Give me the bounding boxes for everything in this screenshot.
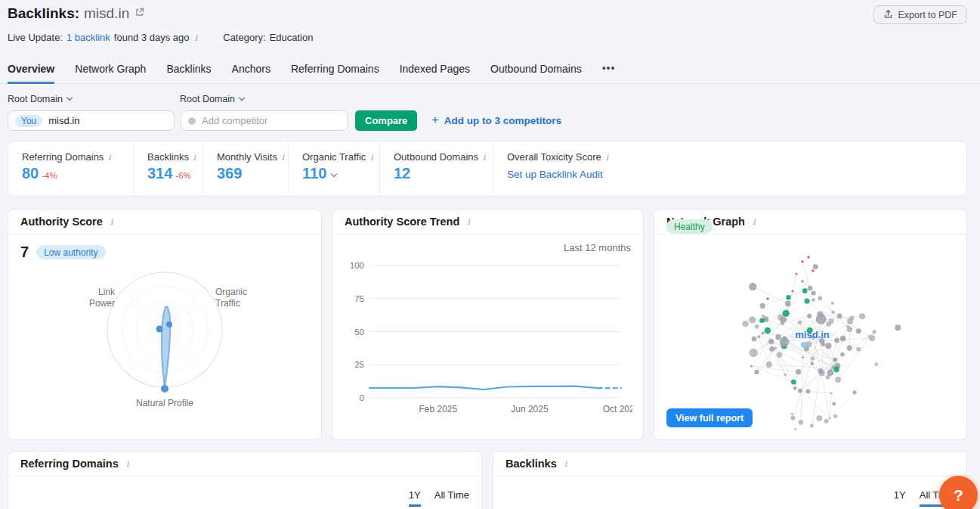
info-icon[interactable]: i — [751, 216, 757, 227]
info-icon[interactable]: i — [193, 33, 199, 43]
plus-icon: + — [431, 113, 438, 127]
page-title-domain: misd.in — [84, 5, 129, 22]
live-update-suffix: found 3 days ago — [114, 32, 190, 43]
metric-label: Overall Toxicity Score — [507, 151, 601, 163]
page-header: Backlinks: misd.in Export to PDF — [8, 0, 967, 24]
category-label: Category: — [223, 32, 265, 43]
svg-text:Jun 2025: Jun 2025 — [511, 404, 549, 414]
tab-network-graph[interactable]: Network Graph — [75, 57, 146, 84]
you-domain-field[interactable]: You — [8, 110, 175, 131]
add-competitors-link[interactable]: + Add up to 3 competitors — [431, 114, 561, 128]
export-to-pdf-button[interactable]: Export to PDF — [873, 5, 968, 24]
you-domain-input[interactable] — [48, 115, 167, 126]
favicon-placeholder-icon — [188, 117, 196, 125]
setup-backlink-audit-link[interactable]: Set up Backlink Audit — [507, 169, 959, 180]
metric-label: Referring Domains — [22, 151, 104, 163]
metric-referring-domains: Referring Domains i 80-4% — [8, 141, 133, 196]
time-range-toggle: 1Y All Time — [493, 476, 966, 507]
svg-text:75: 75 — [354, 294, 364, 303]
title-row: Backlinks: misd.in — [8, 5, 144, 22]
svg-text:Organic: Organic — [215, 287, 247, 297]
root-domain-dropdown-you[interactable]: Root Domain — [8, 94, 180, 104]
card-title: Authority Score — [20, 216, 103, 228]
authority-trend-chart: 0255075100Feb 2025Jun 2025Oct 2025 — [332, 253, 643, 421]
tab-indexed-pages[interactable]: Indexed Pages — [400, 57, 470, 84]
toggle-1y[interactable]: 1Y — [894, 489, 906, 507]
info-icon[interactable]: i — [125, 458, 131, 469]
info-icon[interactable]: i — [604, 152, 610, 163]
metric-label: Organic Traffic — [302, 151, 366, 163]
metric-value: 369 — [217, 165, 242, 182]
tabs-more-icon[interactable]: ••• — [602, 56, 616, 83]
svg-text:Feb 2025: Feb 2025 — [419, 404, 457, 414]
info-icon[interactable]: i — [563, 458, 569, 469]
tab-anchors[interactable]: Anchors — [232, 57, 271, 84]
info-icon[interactable]: i — [107, 152, 113, 163]
root-domain-dropdown-competitor[interactable]: Root Domain — [180, 94, 244, 104]
authority-score-card: Authority Score i 7 Low authority LinkPo… — [8, 209, 322, 440]
info-icon[interactable]: i — [465, 216, 471, 227]
metric-organic-traffic: Organic Traffic i 110 — [288, 141, 379, 196]
tab-overview[interactable]: Overview — [8, 57, 54, 84]
metric-backlinks: Backlinks i 314-6% — [133, 141, 202, 196]
metric-delta: -6% — [175, 171, 190, 180]
export-button-label: Export to PDF — [898, 10, 958, 20]
organic-traffic-dropdown[interactable]: 110 — [302, 165, 372, 182]
healthy-badge: Healthy — [666, 219, 713, 234]
card-title: Backlinks — [505, 458, 557, 470]
info-icon[interactable]: i — [280, 152, 286, 163]
metric-outbound-domains: Outbound Domains i 12 — [379, 141, 493, 196]
chevron-down-icon — [239, 95, 245, 101]
metric-value: 80 — [22, 165, 39, 182]
chevron-down-icon — [331, 171, 337, 177]
svg-text:0: 0 — [360, 393, 364, 402]
info-icon[interactable]: i — [192, 152, 198, 163]
svg-text:25: 25 — [354, 360, 364, 369]
competitor-field[interactable] — [181, 110, 348, 131]
time-range-toggle: 1Y All Time — [8, 476, 481, 507]
view-full-report-button[interactable]: View full report — [666, 408, 753, 427]
network-graph-card: Network Graph i Healthy misd.in View ful… — [654, 209, 967, 440]
live-update-row: Live Update: 1 backlink found 3 days ago… — [8, 32, 967, 43]
trend-range-label: Last 12 months — [332, 234, 643, 253]
compare-button[interactable]: Compare — [355, 110, 417, 131]
toggle-1y[interactable]: 1Y — [409, 489, 421, 507]
report-tabs: Overview Network Graph Backlinks Anchors… — [0, 56, 980, 84]
svg-text:100: 100 — [350, 261, 364, 270]
metric-value: 12 — [394, 165, 410, 182]
tab-backlinks[interactable]: Backlinks — [166, 57, 211, 84]
root-domain-label: Root Domain — [180, 94, 235, 104]
svg-text:Power: Power — [89, 298, 115, 309]
charts-row: Authority Score i 7 Low authority LinkPo… — [8, 209, 967, 440]
help-button[interactable]: ? — [939, 476, 978, 509]
authority-radar-chart: LinkPowerOrganicTrafficNatural Profile — [20, 261, 309, 417]
add-competitor-input[interactable] — [202, 115, 341, 126]
authority-score-value: 7 — [20, 244, 29, 261]
page-title: Backlinks: — [8, 5, 79, 22]
metric-monthly-visits: Monthly Visits i 369 — [202, 141, 288, 196]
bottom-charts-row: Referring Domains i 1Y All Time Backlink… — [8, 451, 967, 509]
external-link-icon[interactable] — [135, 6, 144, 20]
info-icon[interactable]: i — [109, 216, 115, 227]
toggle-all-time[interactable]: All Time — [434, 489, 469, 507]
svg-text:Link: Link — [98, 287, 116, 297]
metric-value: 314 — [147, 165, 172, 182]
svg-text:Oct 2025: Oct 2025 — [603, 404, 632, 414]
card-title: Authority Score Trend — [345, 216, 459, 228]
metric-label: Monthly Visits — [217, 151, 277, 163]
svg-text:misd.in: misd.in — [795, 329, 830, 340]
category-value: Education — [270, 32, 314, 43]
info-icon[interactable]: i — [481, 152, 487, 163]
metric-value: 110 — [302, 165, 326, 182]
filter-inputs-row: You Compare + Add up to 3 competitors — [8, 110, 967, 131]
you-badge: You — [15, 115, 42, 127]
info-icon[interactable]: i — [369, 152, 375, 163]
card-title: Referring Domains — [20, 458, 119, 470]
live-update-link[interactable]: 1 backlink — [66, 32, 110, 43]
tab-outbound-domains[interactable]: Outbound Domains — [490, 57, 582, 84]
svg-text:50: 50 — [354, 327, 364, 337]
question-mark-icon: ? — [954, 486, 963, 504]
metric-delta: -4% — [42, 171, 57, 180]
filter-labels-row: Root Domain Root Domain — [8, 94, 967, 104]
tab-referring-domains[interactable]: Referring Domains — [291, 57, 379, 84]
